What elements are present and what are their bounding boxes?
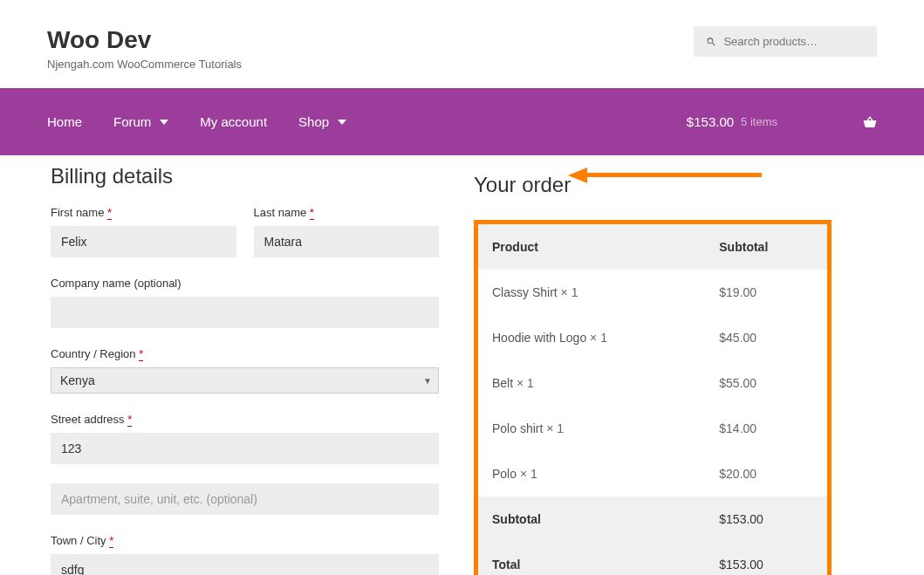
- col-subtotal: Subtotal: [705, 224, 827, 270]
- nav-forum[interactable]: Forum: [113, 114, 168, 129]
- first-name-label: First name *: [51, 206, 236, 219]
- subtotal-label: Subtotal: [478, 496, 705, 542]
- header-top: Woo Dev Njengah.com WooCommerce Tutorial…: [0, 0, 924, 88]
- street-input[interactable]: [51, 433, 439, 464]
- label-text: Last name: [254, 206, 307, 219]
- price-cell: $19.00: [705, 270, 827, 315]
- product-name: Belt: [492, 376, 517, 390]
- product-name: Classy Shirt: [492, 285, 561, 299]
- town-input[interactable]: [51, 554, 439, 575]
- select-wrapper: Kenya ▼: [51, 367, 439, 394]
- label-text: First name: [51, 206, 104, 219]
- chevron-down-icon: [338, 118, 346, 127]
- subtotal-row: Subtotal $153.00: [478, 496, 827, 542]
- order-title: Your order: [474, 173, 873, 197]
- search-input[interactable]: [723, 35, 865, 48]
- product-name: Polo shirt: [492, 421, 546, 435]
- field-wrapper: First name *: [51, 206, 236, 257]
- basket-icon: [863, 115, 877, 129]
- required-mark: *: [107, 206, 112, 220]
- country-select[interactable]: Kenya: [51, 367, 439, 394]
- order-column: Your order Product Subtotal Classy Shirt…: [474, 164, 873, 575]
- nav-home[interactable]: Home: [47, 114, 82, 129]
- field-wrapper: Company name (optional): [51, 277, 439, 328]
- price-cell: $20.00: [705, 451, 827, 496]
- cart-total: $153.00: [687, 114, 734, 129]
- table-row: Hoodie with Logo × 1$45.00: [478, 315, 827, 360]
- subtotal-value: $153.00: [705, 496, 827, 542]
- nav-shop[interactable]: Shop: [298, 114, 346, 129]
- last-name-label: Last name *: [254, 206, 440, 219]
- street-apt-input[interactable]: [51, 483, 439, 515]
- table-row: Polo × 1$20.00: [478, 451, 827, 496]
- site-tagline: Njengah.com WooCommerce Tutorials: [47, 58, 242, 71]
- product-cell: Polo × 1: [478, 451, 705, 496]
- required-mark: *: [109, 534, 113, 548]
- product-name: Hoodie with Logo: [492, 331, 590, 345]
- nav-label: Shop: [298, 114, 329, 129]
- label-text: Street address: [51, 413, 125, 426]
- product-cell: Polo shirt × 1: [478, 406, 705, 451]
- site-brand: Woo Dev Njengah.com WooCommerce Tutorial…: [47, 26, 242, 71]
- site-title: Woo Dev: [47, 26, 242, 54]
- required-mark: *: [139, 347, 143, 361]
- field-wrapper: Town / City *: [51, 534, 439, 575]
- table-row: Polo shirt × 1$14.00: [478, 406, 827, 451]
- table-header-row: Product Subtotal: [478, 224, 827, 270]
- order-inner: Your order Product Subtotal Classy Shirt…: [474, 173, 873, 575]
- street-label: Street address *: [51, 413, 439, 426]
- label-text: Town / City: [51, 534, 106, 547]
- product-cell: Classy Shirt × 1: [478, 270, 705, 315]
- field-wrapper: Country / Region * Kenya ▼: [51, 347, 439, 394]
- total-row: Total $153.00: [478, 542, 827, 575]
- company-input[interactable]: [51, 297, 439, 328]
- product-name: Polo: [492, 467, 520, 481]
- price-cell: $45.00: [705, 315, 827, 360]
- nav-label: My account: [200, 114, 267, 129]
- chevron-down-icon: [160, 118, 168, 127]
- last-name-input[interactable]: [254, 226, 440, 257]
- town-label: Town / City *: [51, 534, 439, 547]
- col-product: Product: [478, 224, 705, 270]
- table-row: Classy Shirt × 1$19.00: [478, 270, 827, 315]
- product-qty: × 1: [590, 331, 607, 345]
- cart-summary[interactable]: $153.00 5 items: [687, 114, 877, 129]
- order-box: Product Subtotal Classy Shirt × 1$19.00H…: [474, 220, 832, 575]
- required-mark: *: [310, 206, 314, 220]
- country-label: Country / Region *: [51, 347, 439, 360]
- content-area: Billing details First name * Last name *…: [0, 155, 924, 575]
- billing-title: Billing details: [51, 164, 439, 188]
- nav-my-account[interactable]: My account: [200, 114, 267, 129]
- product-qty: × 1: [520, 467, 537, 481]
- field-wrapper: Last name *: [254, 206, 440, 257]
- product-cell: Hoodie with Logo × 1: [478, 315, 705, 360]
- product-qty: × 1: [517, 376, 534, 390]
- nav-menu: Home Forum My account Shop: [47, 114, 346, 129]
- product-qty: × 1: [546, 421, 564, 435]
- price-cell: $55.00: [705, 360, 827, 406]
- field-wrapper: Street address *: [51, 413, 439, 515]
- required-mark: *: [127, 413, 132, 427]
- billing-column: Billing details First name * Last name *…: [51, 155, 439, 575]
- company-label: Company name (optional): [51, 277, 439, 290]
- price-cell: $14.00: [705, 406, 827, 451]
- nav-label: Home: [47, 114, 82, 129]
- search-icon: [706, 36, 716, 48]
- order-table: Product Subtotal Classy Shirt × 1$19.00H…: [478, 224, 827, 575]
- product-cell: Belt × 1: [478, 360, 705, 406]
- nav-label: Forum: [113, 114, 151, 129]
- table-row: Belt × 1$55.00: [478, 360, 827, 406]
- total-value: $153.00: [705, 542, 827, 575]
- total-label: Total: [478, 542, 705, 575]
- first-name-input[interactable]: [51, 226, 236, 257]
- cart-item-count: 5 items: [741, 115, 777, 128]
- label-text: Country / Region: [51, 347, 136, 360]
- search-box[interactable]: [694, 26, 877, 57]
- product-qty: × 1: [561, 285, 578, 299]
- nav-bar: Home Forum My account Shop $153.00 5 ite…: [0, 88, 924, 155]
